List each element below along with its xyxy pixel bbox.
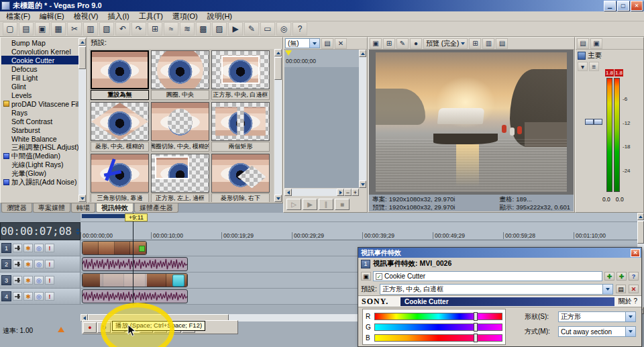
scroll-up-button[interactable] <box>78 38 86 46</box>
about-link[interactable]: 關於 ? <box>619 297 641 306</box>
track-solo-icon[interactable]: ! <box>45 260 54 268</box>
fader-mode-icon[interactable]: ▾ <box>578 62 588 71</box>
timecode-spinner[interactable] <box>76 228 80 235</box>
open-icon[interactable]: ▤ <box>19 22 34 36</box>
track-header-1[interactable]: 1 ✱ ◎ ! <box>0 240 80 256</box>
fx-list-item[interactable]: Fill Light <box>1 73 78 82</box>
menu-item[interactable]: 編輯(E) <box>35 11 69 22</box>
generated-media-event[interactable] <box>172 275 184 287</box>
trimmer-vscrollbar[interactable] <box>359 50 366 188</box>
green-channel-slider[interactable] <box>374 324 502 331</box>
track-solo-icon[interactable]: ! <box>45 244 54 252</box>
preset-thumbnail[interactable]: 正方形, 中央, 白邊框 <box>211 50 270 100</box>
audio-event[interactable] <box>82 289 188 303</box>
menu-item[interactable]: 插入(I) <box>103 11 133 22</box>
scroll-up-button[interactable] <box>637 213 644 220</box>
new-project-icon[interactable]: ▢ <box>3 22 17 36</box>
trimmer-pause-button[interactable]: ∥ <box>319 199 333 210</box>
save-trimmer-media-icon[interactable]: ▤ <box>321 38 333 49</box>
video-event-selected[interactable] <box>82 273 188 287</box>
method-combobox[interactable]: Cut away section <box>558 326 636 337</box>
scroll-down-button[interactable] <box>274 195 282 202</box>
dock-tab[interactable]: 媒體產生器 <box>134 203 178 213</box>
menu-item[interactable]: 選項(O) <box>168 11 203 22</box>
record-button[interactable]: ● <box>83 322 97 333</box>
preset-thumbnail[interactable]: 菱形切除, 右下 <box>211 154 270 202</box>
delete-preset-icon[interactable]: ✕ <box>629 285 639 293</box>
save-snapshot-icon[interactable]: ▤ <box>496 38 508 49</box>
dock-tab[interactable]: 專案媒體 <box>33 203 70 213</box>
track-header-3[interactable]: 3 ✱ ◎ ! <box>0 272 80 288</box>
save-fx-chain-icon[interactable]: ✚ <box>616 272 627 281</box>
trimmer-play-button[interactable]: ▶ <box>303 199 317 210</box>
scrollbar-thumb[interactable] <box>78 46 86 69</box>
track-solo-icon[interactable]: ! <box>45 276 54 285</box>
track-fader-icon[interactable] <box>13 292 22 301</box>
dock-tab[interactable]: 瀏覽器 <box>1 203 32 213</box>
dock-tab[interactable]: 轉場 <box>71 203 95 213</box>
fx-list-item[interactable]: proDAD Vitascene Filter <box>1 99 78 108</box>
selection-edit-tool-icon[interactable]: ▭ <box>260 22 275 36</box>
fx-list-item[interactable]: 三相調整(HSL Adjust) <box>1 143 78 152</box>
menu-item[interactable]: 說明(H) <box>203 11 237 22</box>
dialog-titlebar[interactable]: 視訊事件特效 ✕ <box>358 248 641 258</box>
meter-display-icon[interactable]: ≡ <box>589 62 599 71</box>
loop-playback-button[interactable]: ↻ <box>97 322 111 333</box>
menu-item[interactable]: 檢視(V) <box>69 11 103 22</box>
pan-crop-icon[interactable]: ▣ <box>361 272 371 281</box>
blue-channel-slider[interactable] <box>374 334 502 342</box>
fx-list-scrollbar[interactable] <box>78 38 86 202</box>
preset-thumbnail[interactable]: 正方形, 左上, 邊框 <box>151 154 209 202</box>
event-fx-chip[interactable] <box>139 246 145 252</box>
master-fader-right[interactable] <box>594 119 602 125</box>
preset-thumbnail[interactable]: 重設為無 <box>91 50 149 100</box>
fx-list-item[interactable]: 光暈(Glow) <box>1 169 78 178</box>
fx-list-item[interactable]: Cookie Cutter <box>1 56 78 64</box>
trimmer-ruler[interactable]: 00:00:00;00 <box>284 50 359 68</box>
close-button[interactable]: ✕ <box>631 1 643 11</box>
preset-combobox[interactable]: 正方形, 中央, 白邊框 <box>380 284 613 295</box>
track-fader-icon[interactable] <box>13 244 22 252</box>
shape-combobox[interactable]: 正方形 <box>558 311 636 322</box>
plugin-enabled-checkbox[interactable] <box>376 273 382 280</box>
plugin-chain-item[interactable]: Cookie Cutter <box>384 272 425 280</box>
trimmer-scrollbar[interactable]: − + <box>284 189 359 196</box>
maximize-button[interactable]: ▢ <box>617 1 629 11</box>
copy-icon[interactable]: ▥ <box>83 22 98 36</box>
track-mute-icon[interactable]: ◎ <box>34 276 44 285</box>
color-picker[interactable]: R G B <box>362 309 506 345</box>
snapping-icon[interactable]: ⊞ <box>148 22 162 36</box>
fx-list-item[interactable]: White Balance <box>1 134 78 143</box>
track-solo-icon[interactable]: ! <box>45 292 54 301</box>
scroll-right-button[interactable] <box>337 189 344 196</box>
zoom-out-icon[interactable]: − <box>344 189 352 196</box>
preset-thumbnail[interactable]: 兩個矩形 <box>211 102 270 152</box>
copy-snapshot-icon[interactable]: ▥ <box>482 38 494 49</box>
trimmer-cursor-marker[interactable] <box>285 50 292 56</box>
redo-icon[interactable]: ↷ <box>131 22 146 36</box>
zoom-in-icon[interactable]: + <box>352 189 359 196</box>
scroll-left-button[interactable] <box>284 189 292 196</box>
fx-list-item[interactable]: Levels <box>1 91 78 99</box>
auto-crossfade-icon[interactable]: ≈ <box>164 22 178 36</box>
preset-thumbnail[interactable]: 菱形, 中央, 模糊的 <box>91 102 149 152</box>
save-icon[interactable]: ▣ <box>35 22 50 36</box>
scroll-up-button[interactable] <box>274 49 282 56</box>
audio-event[interactable] <box>82 257 188 271</box>
track-mute-icon[interactable]: ◎ <box>34 260 44 268</box>
video-event[interactable] <box>82 241 147 255</box>
trimmer-stop-button[interactable]: ■ <box>335 199 350 210</box>
meter-hold-icon[interactable]: ▣ <box>590 38 602 49</box>
zoom-edit-tool-icon[interactable]: ◎ <box>276 22 291 36</box>
fx-list-item[interactable]: Starburst <box>1 126 78 134</box>
scrollbar-thumb[interactable] <box>637 221 644 244</box>
undo-icon[interactable]: ↶ <box>115 22 130 36</box>
fx-list-item[interactable]: Defocus <box>1 64 78 73</box>
lock-envelopes-icon[interactable]: ▩ <box>196 22 211 36</box>
properties-icon[interactable]: ▦ <box>51 22 66 36</box>
grid-overlay-icon[interactable]: ⊞ <box>469 38 481 49</box>
fx-list-item[interactable]: Soft Contrast <box>1 117 78 126</box>
fx-list-item[interactable]: Glint <box>1 82 78 91</box>
cut-icon[interactable]: ✂ <box>67 22 82 36</box>
red-channel-slider[interactable] <box>374 313 502 320</box>
